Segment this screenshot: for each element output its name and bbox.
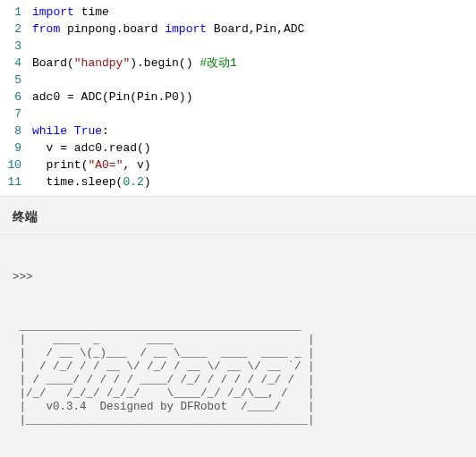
terminal-output[interactable]: >>> ____________________________________… — [0, 235, 476, 457]
code-editor[interactable]: 1234567891011 import timefrom pinpong.bo… — [0, 0, 476, 190]
code-line[interactable]: print("A0=", v) — [32, 157, 476, 173]
terminal-prompt: >>> — [13, 271, 463, 284]
code-line[interactable]: import time — [32, 4, 476, 21]
line-number-gutter: 1234567891011 — [0, 4, 32, 190]
line-number: 8 — [0, 123, 21, 140]
code-area[interactable]: import timefrom pinpong.board import Boa… — [32, 4, 476, 190]
code-line[interactable]: Board("handpy").begin() #改动1 — [32, 55, 476, 72]
line-number: 1 — [0, 4, 21, 21]
code-line[interactable]: time.sleep(0.2) — [32, 173, 476, 190]
line-number: 4 — [0, 55, 21, 72]
code-line[interactable] — [32, 106, 476, 123]
terminal-tab-title[interactable]: 终端 — [13, 209, 38, 224]
line-number: 6 — [0, 89, 21, 106]
code-line[interactable]: from pinpong.board import Board,Pin,ADC — [32, 21, 476, 38]
line-number: 7 — [0, 106, 21, 123]
line-number: 3 — [0, 38, 21, 55]
line-number: 5 — [0, 72, 21, 89]
code-line[interactable]: adc0 = ADC(Pin(Pin.P0)) — [32, 89, 476, 106]
code-line[interactable]: v = adc0.read() — [32, 140, 476, 157]
terminal-header: 终端 — [0, 201, 476, 235]
line-number: 10 — [0, 157, 21, 173]
code-line[interactable]: while True: — [32, 123, 476, 140]
line-number: 2 — [0, 21, 21, 38]
terminal-ascii-banner: ________________________________________… — [13, 320, 463, 427]
code-line[interactable] — [32, 72, 476, 89]
line-number: 9 — [0, 140, 21, 157]
code-line[interactable] — [32, 38, 476, 55]
line-number: 11 — [0, 173, 21, 190]
